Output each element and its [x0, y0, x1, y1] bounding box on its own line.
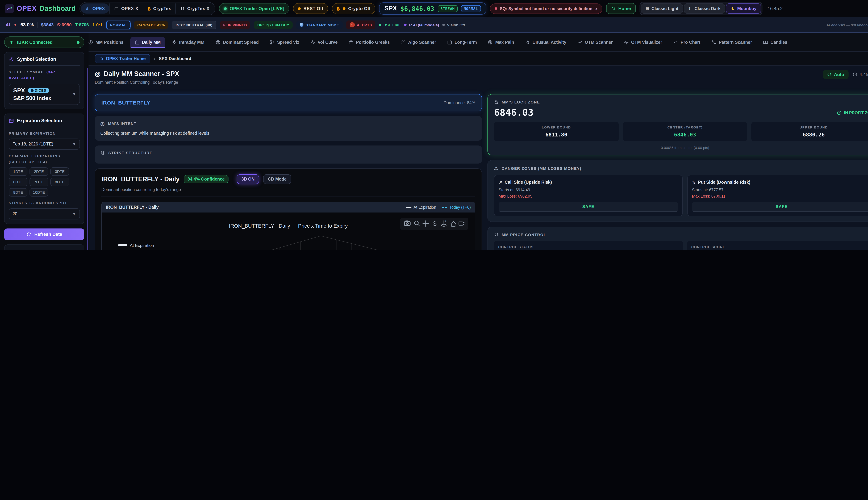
- dominant-position-card[interactable]: IRON_BUTTERFLY Dominance: 84%: [95, 94, 482, 111]
- ticker-price: $6,846.03: [400, 5, 434, 12]
- tab-portfolio-greeks[interactable]: Portfolio Greeks: [344, 37, 395, 48]
- primary-expiration-select[interactable]: Feb 18, 2026 (1DTE) ▼: [9, 139, 80, 150]
- bitcoin-icon: ฿: [337, 6, 340, 11]
- upper-bound-box: UPPER BOUND 6880.26: [752, 122, 868, 141]
- mm-intent-title: MM'S INTENT: [108, 122, 136, 126]
- chart-subtitle: Dominant position controlling today's ra…: [101, 187, 475, 197]
- price-control-title: MM PRICE CONTROL: [502, 232, 546, 237]
- dte-button-1[interactable]: 1DTE: [9, 167, 27, 176]
- tab-pro-chart[interactable]: Pro Chart: [669, 37, 705, 48]
- plot-panel: IRON_BUTTERFLY - Daily At Expiration: [101, 202, 475, 250]
- center-target-box: CENTER (TARGET) 6846.03: [623, 122, 747, 141]
- institutional-badge[interactable]: INST: NEUTRAL (40): [172, 21, 216, 29]
- opex-dashboard-app: OPEX Dashboard OPEX OPEX-X ฿ CrypTex Cry…: [0, 0, 868, 250]
- refresh-data-button[interactable]: Refresh Data: [4, 228, 84, 240]
- call-max-loss: Max Loss: 6982.95: [499, 194, 678, 198]
- ticker-symbol: SPX: [384, 5, 397, 12]
- tab-long-term[interactable]: Long-Term: [443, 37, 481, 48]
- tab-otm-scanner[interactable]: OTM Scanner: [573, 37, 617, 48]
- select-symbol-label: SELECT SYMBOL (347 AVAILABLE): [9, 69, 80, 81]
- mode-badge: NORMAL: [461, 5, 481, 12]
- control-score-cell: CONTROL SCORE 100%: [687, 241, 868, 250]
- breadcrumb-home-button[interactable]: OPEX Trader Home: [95, 54, 150, 63]
- vision-indicator[interactable]: Vision Off: [443, 23, 465, 27]
- theme-moonboy[interactable]: Moonboy: [726, 3, 761, 13]
- dte-button-9[interactable]: 9DTE: [9, 188, 27, 196]
- tab-pattern-scanner[interactable]: Pattern Scanner: [707, 37, 756, 48]
- expiration-title: Expiration Selection: [17, 118, 62, 123]
- refresh-icon: [827, 72, 832, 77]
- waypoints-icon: [711, 40, 716, 45]
- tab-vol-curve[interactable]: Vol Curve: [306, 37, 342, 48]
- sphere-icon: [300, 23, 304, 27]
- bse-live-indicator: BSE LIVE: [379, 23, 401, 27]
- dark-pool-badge[interactable]: DP: +$21.4M BUY: [254, 21, 293, 29]
- arrow-down-right-icon: ↘: [692, 180, 696, 185]
- put-safe-status: SAFE: [692, 202, 868, 212]
- 3d-toggle-button[interactable]: 3D ON: [237, 174, 259, 184]
- dte-button-7[interactable]: 7DTE: [30, 178, 48, 186]
- logo-chart-icon: [5, 4, 14, 13]
- shield-icon: [494, 232, 499, 237]
- rest-toggle-pill[interactable]: REST Off: [293, 3, 328, 14]
- tab-dominant-spread[interactable]: Dominant Spread: [211, 37, 263, 48]
- put-starts-at: Starts at: 6777.57: [692, 188, 868, 192]
- market-tab-cryptex-x[interactable]: CrypTex-X: [175, 3, 214, 13]
- trader-status-pill[interactable]: OPEX Trader Open [LIVE]: [219, 3, 289, 14]
- tab-otm-visualizer[interactable]: OTM Visualizer: [619, 37, 667, 48]
- down-triangle-icon: ▼: [13, 23, 17, 27]
- standard-mode-badge[interactable]: STANDARD MODE: [296, 21, 343, 29]
- tab-spread-viz[interactable]: Spread Viz: [265, 37, 304, 48]
- tab-algo-scanner[interactable]: Algo Scanner: [396, 37, 441, 48]
- ai-models-indicator: i7 AI (66 models): [404, 23, 439, 27]
- ibkr-connection-pill[interactable]: IBKR Connected: [4, 36, 84, 48]
- home-button[interactable]: Home: [606, 3, 636, 14]
- theme-classic-light[interactable]: ☀ Classic Light: [641, 3, 683, 13]
- market-tab-opex-x[interactable]: OPEX-X: [110, 3, 143, 13]
- cascade-badge[interactable]: CASCADE 49%: [134, 21, 168, 29]
- legend-today[interactable]: Today (T+0): [442, 205, 471, 209]
- market-tab-cryptex[interactable]: ฿ CrypTex: [143, 3, 175, 14]
- plot-legend[interactable]: At Expiration Today (T+7d) Theta Decay M…: [118, 243, 155, 250]
- tab-candles[interactable]: Candles: [758, 37, 792, 48]
- error-alert-pill[interactable]: SQ: Symbol not found or no security defi…: [490, 3, 602, 14]
- refresh-icon: [26, 232, 31, 237]
- strikes-select[interactable]: 20 ▼: [9, 208, 80, 219]
- sidebar-scrollbar[interactable]: [87, 68, 88, 250]
- symbol-selection-card: Symbol Selection SELECT SYMBOL (347 AVAI…: [4, 52, 84, 109]
- alerts-badge[interactable]: 1 ALERTS: [346, 21, 376, 29]
- dte-button-3[interactable]: 3DTE: [50, 167, 69, 176]
- symbol-dropdown[interactable]: SPX INDICES S&P 500 Index ▼: [9, 83, 80, 105]
- theme-classic-dark[interactable]: ☾ Classic Dark: [684, 3, 725, 13]
- control-status-cell: CONTROL STATUS STRONG: [494, 241, 683, 250]
- dte-button-2[interactable]: 2DTE: [30, 167, 48, 176]
- dte-button-8[interactable]: 8DTE: [50, 178, 69, 186]
- price-level: $6843: [41, 22, 54, 27]
- market-tab-opex[interactable]: OPEX: [81, 3, 110, 13]
- crypto-toggle-pill[interactable]: ฿ Crypto Off: [332, 3, 375, 14]
- ai-percent: 63.0%: [21, 22, 34, 27]
- bolt-icon: [172, 40, 177, 45]
- pnl-3d-surface-plot[interactable]: IRON_BUTTERFLY - Daily — Price x Time to…: [102, 213, 475, 250]
- ai-disclaimer: AI analysis — not financial advice: [826, 23, 868, 27]
- chart-title: IRON_BUTTERFLY - Daily: [101, 175, 180, 183]
- auto-refresh-toggle[interactable]: Auto: [823, 70, 848, 79]
- tab-max-pain[interactable]: Max Pain: [483, 37, 518, 48]
- mm-price-control-card: MM PRICE CONTROL CONTROL STATUS STRONG C…: [488, 227, 868, 250]
- ai-label: AI: [5, 22, 10, 27]
- gear-icon: [9, 57, 14, 62]
- legend-at-expiration[interactable]: At Expiration: [406, 205, 436, 209]
- regime-badge[interactable]: NORMAL: [106, 21, 130, 29]
- tab-daily-mm[interactable]: Daily MM: [130, 37, 165, 48]
- plot-toolbar[interactable]: z: [400, 218, 468, 230]
- flip-pinned-badge[interactable]: FLIP PINNED: [220, 21, 251, 29]
- alert-dot-icon: [494, 7, 497, 10]
- tab-mm-positions[interactable]: MM Positions: [89, 37, 128, 48]
- cb-mode-button[interactable]: CB Mode: [263, 174, 291, 184]
- tab-intraday-mm[interactable]: Intraday MM: [167, 37, 209, 48]
- tab-unusual-activity[interactable]: Unusual Activity: [521, 37, 571, 48]
- alert-dismiss[interactable]: x: [595, 6, 597, 11]
- dte-button-grid: 1DTE 2DTE 3DTE 6DTE 7DTE 8DTE 9DTE 10DTE: [9, 167, 69, 196]
- dte-button-10[interactable]: 10DTE: [30, 188, 48, 196]
- dte-button-6[interactable]: 6DTE: [9, 178, 27, 186]
